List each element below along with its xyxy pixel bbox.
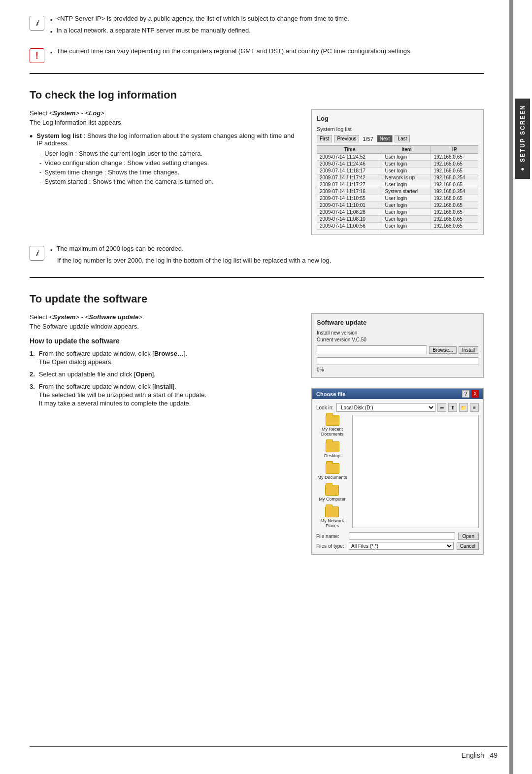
log-col-text: Select <System> - <Log>. The Log informa… xyxy=(30,109,297,187)
ntp-note1-item: ▪ <NTP Server IP> is provided by a publi… xyxy=(50,15,484,24)
log-col-ip: IP xyxy=(431,146,478,154)
main-content: 𝒊 ▪ <NTP Server IP> is provided by a pub… xyxy=(0,0,513,774)
sw-step2-text: Select an updatable file and click [Open… xyxy=(39,370,156,378)
dialog-title: Choose file xyxy=(316,391,345,397)
log-item: User login xyxy=(382,168,431,174)
dialog-mycomp-item[interactable]: My Computer xyxy=(319,485,345,502)
choose-file-dialog: Choose file ? X Look in: Local Disk (D:) xyxy=(311,388,484,555)
sw-step1-sub: The Open dialog appears. xyxy=(39,358,297,366)
log-item: User login xyxy=(382,216,431,223)
dialog-toolbar: Look in: Local Disk (D:) ⬅ ⬆ 📁 ≡ xyxy=(316,403,479,412)
dialog-close-btn[interactable]: X xyxy=(471,390,479,398)
sw-step1: 1. From the software update window, clic… xyxy=(30,350,297,366)
dialog-titlebar: Choose file ? X xyxy=(312,389,483,399)
log-item: Network is up xyxy=(382,174,431,181)
log-ip: 192.168.0.254 xyxy=(431,188,478,195)
log-item: User login xyxy=(382,209,431,216)
dialog-question-btn[interactable]: ? xyxy=(462,390,470,398)
log-item: User login xyxy=(382,202,431,209)
sw-screenshot-col: Software update Install new version Curr… xyxy=(311,313,484,555)
dialog-recent-item[interactable]: My RecentDocuments xyxy=(321,415,344,437)
log-window-subtitle: System log list xyxy=(317,126,478,132)
ntp-note1-bullet: ▪ xyxy=(50,16,53,24)
sw-step2-num: 2. xyxy=(30,370,35,378)
sw-step1-content: From the software update window, click [… xyxy=(39,350,297,366)
log-bullet-list: System log list : Shows the log informat… xyxy=(30,132,297,147)
info-icon: 𝒊 xyxy=(30,16,44,31)
ntp-note2-bullet: ▪ xyxy=(50,28,53,35)
dialog-view-btn[interactable]: ≡ xyxy=(470,403,479,412)
log-max-note1-item: ▪ The maximum of 2000 logs can be record… xyxy=(50,245,484,254)
dialog-cancel-btn[interactable]: Cancel xyxy=(457,542,479,550)
sw-section-title: To update the software xyxy=(30,293,484,305)
dialog-desktop-item[interactable]: Desktop xyxy=(324,441,340,458)
mydocs-folder-label: My Documents xyxy=(317,475,347,480)
sw-step1-text: From the software update window, click [… xyxy=(39,350,187,357)
sw-col-text: Select <System> - <Software update>. The… xyxy=(30,313,297,412)
log-time: 2009-07-14 11:24:46 xyxy=(317,161,382,168)
side-dot: ● xyxy=(519,165,526,173)
log-ip: 192.168.0.65 xyxy=(431,154,478,161)
sw-input-row: Browse... Install xyxy=(317,345,478,354)
page-footer: English _49 xyxy=(462,751,498,759)
ntp-notice-content: ▪ <NTP Server IP> is provided by a publi… xyxy=(50,15,484,38)
log-prev-btn[interactable]: Previous xyxy=(334,135,359,142)
log-screenshot-col: Log System log list First Previous 1/57 … xyxy=(311,109,484,235)
dialog-nav-back-btn[interactable]: ⬅ xyxy=(437,403,446,412)
sw-step1-num: 1. xyxy=(30,350,35,357)
log-section-divider xyxy=(30,73,484,74)
warning-icon: ! xyxy=(30,48,44,63)
log-ip: 192.168.0.65 xyxy=(431,161,478,168)
dialog-filetype-row: Files of type: All Files (*.*) Cancel xyxy=(316,542,479,550)
dialog-nav-up-btn[interactable]: ⬆ xyxy=(448,403,457,412)
log-last-btn[interactable]: Last xyxy=(395,135,410,142)
dialog-bottom: File name: Open Files of type: All Files… xyxy=(316,532,479,550)
log-item: User login xyxy=(382,161,431,168)
table-row: 2009-07-14 11:24:46User login192.168.0.6… xyxy=(317,161,478,168)
table-row: 2009-07-14 11:00:56User login192.168.0.6… xyxy=(317,223,478,230)
sw-step3-content: From the software update window, click [… xyxy=(39,383,297,407)
dialog-mydocs-item[interactable]: My Documents xyxy=(317,463,347,480)
log-sub3-text: System time change : Shows the time chan… xyxy=(44,168,179,176)
dialog-filetype-select[interactable]: All Files (*.*) xyxy=(349,542,454,550)
table-row: 2009-07-14 11:08:10User login192.168.0.6… xyxy=(317,216,478,223)
mynet-folder-label: My NetworkPlaces xyxy=(321,518,344,528)
dialog-filename-row: File name: Open xyxy=(316,532,479,540)
log-first-btn[interactable]: First xyxy=(317,135,332,142)
log-sub2-text: Video configuration change : Show video … xyxy=(44,159,209,167)
warning-notice-content: ▪ The current time can vary depending on… xyxy=(50,47,484,59)
sw-step3-sub1: The selected file will be unzipped with … xyxy=(39,391,297,399)
log-ip: 192.168.0.65 xyxy=(431,223,478,230)
log-col-time: Time xyxy=(317,146,382,154)
log-time: 2009-07-14 11:24:52 xyxy=(317,154,382,161)
log-nav: First Previous 1/57 Next Last xyxy=(317,135,478,142)
time-warning-bullet: ▪ xyxy=(50,49,53,56)
mydocs-folder-icon xyxy=(326,463,339,474)
dialog-filename-label: File name: xyxy=(316,534,346,539)
log-ip: 192.168.0.65 xyxy=(431,202,478,209)
sw-file-input[interactable] xyxy=(317,345,427,354)
dialog-open-btn[interactable]: Open xyxy=(458,533,479,540)
mycomp-folder-icon xyxy=(325,485,339,496)
log-time: 2009-07-14 11:18:17 xyxy=(317,168,382,174)
table-row: 2009-07-14 11:17:16System started192.168… xyxy=(317,188,478,195)
how-to-title: How to update the software xyxy=(30,337,297,345)
time-warning-item: ▪ The current time can vary depending on… xyxy=(50,47,484,56)
log-section-title: To check the log information xyxy=(30,89,484,101)
sw-install-btn[interactable]: Install xyxy=(459,346,478,354)
dialog-look-select[interactable]: Local Disk (D:) xyxy=(336,403,435,412)
log-next-btn[interactable]: Next xyxy=(377,135,393,142)
log-sub4: System started : Shows time when the cam… xyxy=(39,178,297,185)
dialog-filename-input[interactable] xyxy=(349,532,455,540)
log-ip: 192.168.0.65 xyxy=(431,195,478,202)
table-row: 2009-07-14 11:18:17User login192.168.0.6… xyxy=(317,168,478,174)
ntp-note1-text: <NTP Server IP> is provided by a public … xyxy=(57,15,349,22)
dialog-mynet-item[interactable]: My NetworkPlaces xyxy=(321,506,344,528)
log-time: 2009-07-14 11:00:56 xyxy=(317,223,382,230)
log-screenshot: Log System log list First Previous 1/57 … xyxy=(311,109,484,235)
log-max-notice-content: ▪ The maximum of 2000 logs can be record… xyxy=(50,245,484,267)
sw-install-label: Install new version xyxy=(317,330,478,336)
sw-browse-btn[interactable]: Browse... xyxy=(429,346,457,354)
dialog-new-folder-btn[interactable]: 📁 xyxy=(459,403,468,412)
dialog-left-panel: My RecentDocuments Desktop My Documents xyxy=(316,415,348,528)
